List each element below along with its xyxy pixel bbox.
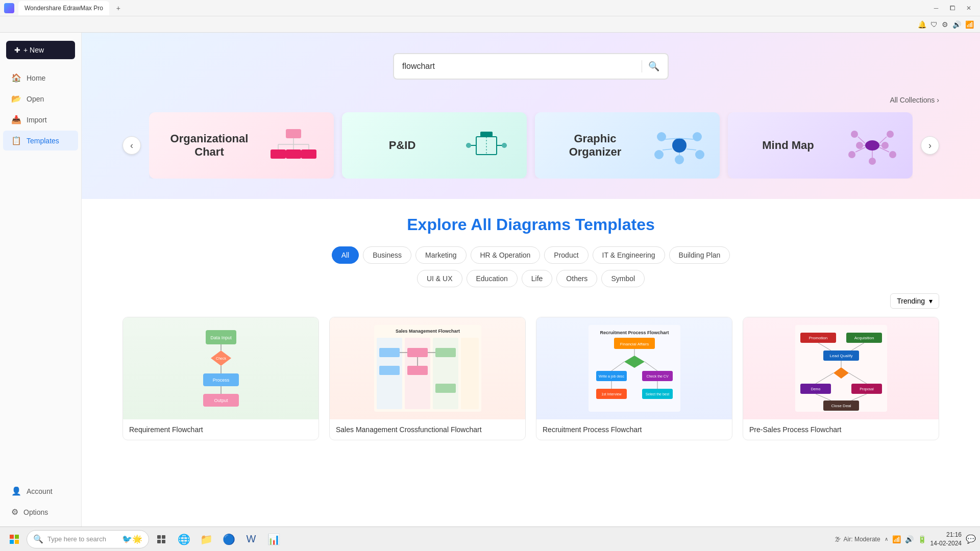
svg-text:Output: Output bbox=[214, 398, 228, 403]
app-body: ✚ + New 🏠 Home 📂 Open 📥 Import 📋 Templat… bbox=[0, 33, 980, 527]
filter-all[interactable]: All bbox=[332, 246, 359, 264]
search-divider bbox=[642, 60, 642, 72]
svg-rect-0 bbox=[286, 129, 301, 138]
carousel-card-org-chart[interactable]: Organizational Chart bbox=[149, 112, 334, 179]
maximize-button[interactable]: ⧠ bbox=[945, 3, 960, 13]
svg-point-28 bbox=[851, 131, 858, 138]
svg-point-17 bbox=[657, 132, 666, 141]
filter-ui-ux[interactable]: UI & UX bbox=[417, 270, 462, 287]
template-carousel: ‹ Organizational Chart bbox=[122, 112, 939, 179]
svg-rect-61 bbox=[435, 348, 456, 357]
search-bar[interactable]: 🔍 bbox=[393, 53, 669, 80]
template-thumb-recruitment: Recruitment Process Flowchart Financial … bbox=[536, 317, 732, 419]
svg-rect-63 bbox=[407, 366, 428, 375]
svg-point-20 bbox=[695, 150, 704, 159]
search-icon[interactable]: 🔍 bbox=[648, 61, 659, 72]
sidebar-item-templates[interactable]: 📋 Templates bbox=[3, 131, 78, 151]
filter-building-plan[interactable]: Building Plan bbox=[669, 246, 730, 264]
carousel-card-mind-map[interactable]: Mind Map bbox=[728, 112, 913, 179]
sidebar-item-home-label: Home bbox=[27, 74, 45, 82]
carousel-card-graphic-organizer[interactable]: Graphic Organizer bbox=[535, 112, 720, 179]
svg-line-25 bbox=[687, 149, 696, 150]
filter-hr-operation[interactable]: HR & Operation bbox=[471, 246, 541, 264]
tray-volume-icon[interactable]: 🔊 bbox=[905, 535, 914, 543]
taskbar-search-mascots: 🐦🌟 bbox=[122, 534, 142, 544]
carousel-card-pid-title: P&ID bbox=[354, 139, 450, 152]
filter-marketing[interactable]: Marketing bbox=[415, 246, 466, 264]
minimize-button[interactable]: ─ bbox=[929, 3, 943, 13]
task-view-button[interactable] bbox=[151, 529, 172, 549]
chevron-down-icon: ▾ bbox=[929, 297, 933, 305]
svg-line-24 bbox=[663, 149, 672, 150]
close-button[interactable]: ✕ bbox=[962, 3, 976, 13]
filter-education[interactable]: Education bbox=[467, 270, 518, 287]
sidebar-item-import[interactable]: 📥 Import bbox=[3, 110, 78, 130]
taskbar-right: 🌫 Air: Moderate ∧ 📶 🔊 🔋 21:16 14-02-2024… bbox=[835, 531, 976, 548]
templates-icon: 📋 bbox=[11, 136, 21, 145]
sidebar-item-open[interactable]: 📂 Open bbox=[3, 89, 78, 109]
tray-weather-icon: 🌫 bbox=[835, 536, 841, 543]
template-info-recruitment: Recruitment Process Flowchart bbox=[536, 419, 732, 440]
sort-bar: Trending ▾ bbox=[122, 293, 939, 309]
word-button[interactable]: W bbox=[241, 529, 261, 549]
sidebar-item-home[interactable]: 🏠 Home bbox=[3, 68, 78, 88]
filter-symbol[interactable]: Symbol bbox=[601, 270, 645, 287]
carousel-prev-button[interactable]: ‹ bbox=[122, 136, 141, 155]
tray-chevron-icon[interactable]: ∧ bbox=[885, 536, 888, 542]
volume-icon[interactable]: 🔊 bbox=[952, 20, 961, 29]
notification-icon[interactable]: 🔔 bbox=[918, 20, 926, 29]
add-tab-button[interactable]: + bbox=[113, 3, 124, 13]
carousel-card-org-chart-image bbox=[265, 125, 322, 166]
sidebar: ✚ + New 🏠 Home 📂 Open 📥 Import 📋 Templat… bbox=[0, 33, 82, 527]
chrome-button[interactable]: 🔵 bbox=[218, 529, 239, 549]
file-explorer-button[interactable]: 📁 bbox=[196, 529, 216, 549]
templates-grid: Data Input Check Process Output bbox=[122, 317, 939, 440]
tray-air-quality: Air: Moderate bbox=[844, 536, 880, 543]
svg-text:Process: Process bbox=[212, 378, 229, 383]
shield-icon[interactable]: 🛡 bbox=[930, 20, 938, 29]
open-icon: 📂 bbox=[11, 94, 21, 104]
new-button[interactable]: ✚ + New bbox=[6, 41, 75, 59]
all-collections-link[interactable]: All Collections › bbox=[122, 96, 939, 104]
template-thumb-req-flowchart: Data Input Check Process Output bbox=[123, 317, 318, 419]
app-tab[interactable]: Wondershare EdrawMax Pro bbox=[18, 1, 109, 15]
sidebar-item-account-label: Account bbox=[27, 487, 53, 495]
svg-point-32 bbox=[869, 158, 876, 165]
filter-product[interactable]: Product bbox=[544, 246, 588, 264]
search-input[interactable] bbox=[402, 62, 635, 71]
carousel-items: Organizational Chart bbox=[149, 112, 913, 179]
tray-network-icon[interactable]: 📶 bbox=[892, 535, 901, 543]
start-button[interactable] bbox=[4, 529, 24, 549]
template-card-sales-mgmt[interactable]: Sales Management Flowchart bbox=[329, 317, 526, 440]
svg-rect-109 bbox=[10, 540, 14, 544]
svg-rect-12 bbox=[480, 132, 493, 137]
template-name-sales-mgmt: Sales Management Crossfunctional Flowcha… bbox=[336, 425, 519, 434]
settings-icon[interactable]: ⚙ bbox=[942, 20, 948, 29]
template-card-recruitment[interactable]: Recruitment Process Flowchart Financial … bbox=[536, 317, 732, 440]
options-icon: ⚙ bbox=[11, 507, 18, 517]
filter-it-engineering[interactable]: IT & Engineering bbox=[593, 246, 665, 264]
filter-others[interactable]: Others bbox=[556, 270, 597, 287]
svg-point-14 bbox=[466, 143, 471, 148]
taskbar-search-bar[interactable]: 🔍 Type here to search 🐦🌟 bbox=[27, 530, 149, 548]
carousel-next-button[interactable]: › bbox=[921, 136, 939, 155]
carousel-card-pid[interactable]: P&ID bbox=[342, 112, 527, 179]
svg-text:Check: Check bbox=[216, 357, 226, 360]
sidebar-item-options[interactable]: ⚙ Options bbox=[3, 502, 78, 522]
svg-rect-107 bbox=[10, 535, 14, 539]
svg-point-29 bbox=[887, 131, 894, 138]
template-thumb-pre-sales: Promotion Acquisition Lead Qualify Demo … bbox=[743, 317, 939, 419]
sidebar-item-account[interactable]: 👤 Account bbox=[3, 481, 78, 501]
tray-notification-icon[interactable]: 💬 bbox=[966, 534, 976, 544]
template-card-req-flowchart[interactable]: Data Input Check Process Output bbox=[122, 317, 319, 440]
taskbar-search-placeholder: Type here to search bbox=[47, 535, 106, 543]
filter-life[interactable]: Life bbox=[522, 270, 553, 287]
sort-select[interactable]: Trending ▾ bbox=[890, 293, 939, 309]
template-card-pre-sales[interactable]: Promotion Acquisition Lead Qualify Demo … bbox=[743, 317, 939, 440]
edraw-button[interactable]: 📊 bbox=[263, 529, 284, 549]
taskbar-clock[interactable]: 21:16 14-02-2024 bbox=[930, 531, 962, 548]
network-icon[interactable]: 📶 bbox=[965, 20, 974, 29]
filter-business[interactable]: Business bbox=[363, 246, 411, 264]
edge-browser-button[interactable]: 🌐 bbox=[174, 529, 194, 549]
svg-point-31 bbox=[889, 151, 896, 158]
